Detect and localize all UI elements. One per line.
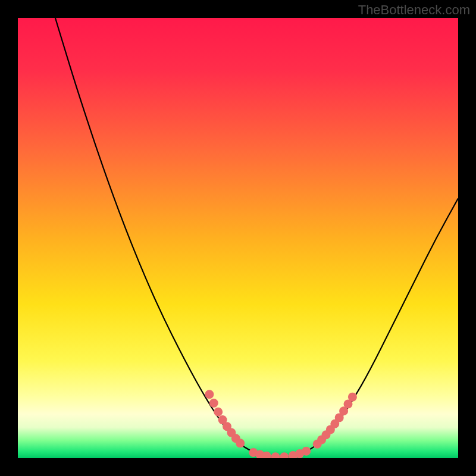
chart-container: TheBottleneck.com xyxy=(0,0,476,476)
data-marker xyxy=(302,447,311,456)
data-marker xyxy=(214,408,223,416)
plot-area xyxy=(18,18,458,458)
watermark-text: TheBottleneck.com xyxy=(358,2,470,18)
chart-svg xyxy=(18,18,458,458)
data-marker xyxy=(209,399,218,408)
gradient-background xyxy=(18,18,458,458)
data-marker xyxy=(236,439,245,447)
data-marker xyxy=(205,390,214,399)
data-marker xyxy=(348,393,357,402)
